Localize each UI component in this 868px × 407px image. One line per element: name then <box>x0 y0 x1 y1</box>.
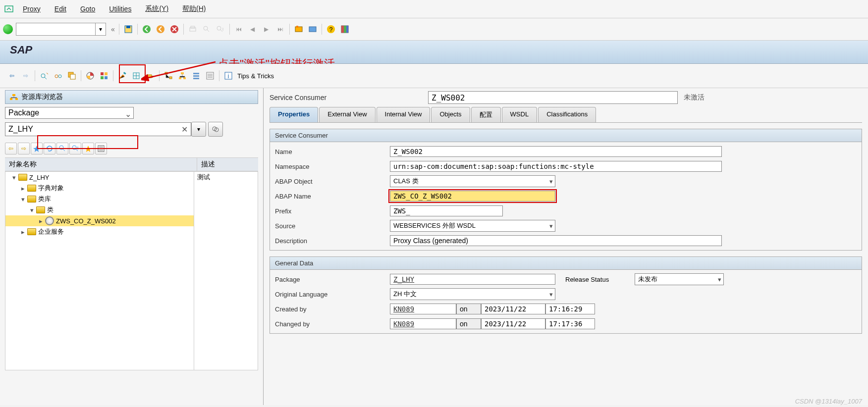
nav-left-icon[interactable]: ⇦ <box>5 143 17 154</box>
label-created-by: Created by <box>270 305 390 313</box>
cancel-icon[interactable] <box>169 24 180 35</box>
field-description[interactable]: Proxy Class (generated) <box>390 235 722 246</box>
enter-icon[interactable] <box>3 24 13 34</box>
tab-wsdl[interactable]: WSDL <box>502 107 538 122</box>
tree-node-selected[interactable]: ▸ZWS_CO_Z_WS002 <box>5 215 194 226</box>
field-created-by[interactable]: KN089 <box>390 304 456 314</box>
app-title: SAP <box>10 44 32 56</box>
menu-help[interactable]: 帮助(H) <box>182 4 206 13</box>
svg-rect-38 <box>193 75 199 77</box>
svg-rect-39 <box>193 78 199 79</box>
svg-rect-26 <box>105 72 108 75</box>
activate-icon[interactable] <box>117 70 128 81</box>
svg-text:?: ? <box>329 26 332 33</box>
display-button[interactable] <box>208 122 223 137</box>
label-name: Name <box>270 148 390 155</box>
nav-forward-icon[interactable]: ⇨ <box>20 70 31 81</box>
label-changed-by: Changed by <box>270 320 390 328</box>
repo-browser-header: 资源库浏览器 <box>5 90 258 104</box>
display-icon[interactable] <box>39 70 50 81</box>
find-tree-next-icon[interactable] <box>69 143 81 154</box>
svg-rect-28 <box>105 76 108 79</box>
field-prefix[interactable]: ZWS_ <box>390 205 503 216</box>
group-general-data-title: General Data <box>270 257 862 270</box>
tree-node-class[interactable]: ▾类 <box>5 204 194 215</box>
tab-internal-view[interactable]: Internal View <box>377 107 431 122</box>
field-created-time: 17:16:29 <box>545 304 595 314</box>
tree-node-dict[interactable]: ▸字典对象 <box>5 183 194 194</box>
menu-system[interactable]: 系统(Y) <box>145 4 168 13</box>
tab-config[interactable]: 配置 <box>471 107 501 122</box>
tree-node-enterprise[interactable]: ▸企业服务 <box>5 226 194 237</box>
save-icon[interactable] <box>123 24 134 35</box>
find-tree-icon[interactable] <box>56 143 68 154</box>
svg-text:i: i <box>228 72 229 80</box>
package-input[interactable] <box>5 122 191 136</box>
menu-proxy[interactable]: Proxy <box>23 5 41 13</box>
service-consumer-input[interactable] <box>428 91 678 104</box>
clear-icon[interactable]: ✕ <box>179 125 189 134</box>
tree-node-root[interactable]: ▾Z_LHY <box>5 172 194 183</box>
svg-point-21 <box>58 75 61 78</box>
field-abap-name[interactable]: ZWS_CO_Z_WS002 <box>390 191 555 202</box>
chevron-down-icon[interactable]: ▾ <box>95 23 106 35</box>
label-release-status: Release Status <box>555 276 635 283</box>
menu-goto[interactable]: Goto <box>80 5 95 13</box>
tab-classifications[interactable]: Classifications <box>538 107 596 122</box>
tree-col-object: 对象名称 <box>5 158 197 171</box>
new-session-icon[interactable] <box>293 24 304 35</box>
standard-toolbar: ▾ « ⏮ ◀ ▶ ⏭ ? <box>0 18 868 41</box>
tree-body: ▾Z_LHY ▸字典对象 ▾类库 ▾类 ▸ZWS_CO_Z_WS002 ▸企业服… <box>5 171 258 370</box>
nav-back-icon[interactable]: ⇦ <box>6 70 17 81</box>
svg-rect-37 <box>193 73 199 74</box>
svg-rect-17 <box>344 26 346 33</box>
tree-node-classlib[interactable]: ▾类库 <box>5 194 194 204</box>
check-icon[interactable] <box>85 70 96 81</box>
tab-external-view[interactable]: External View <box>319 107 375 122</box>
favorites-icon[interactable] <box>82 143 94 154</box>
field-package[interactable]: Z_LHY <box>390 274 555 285</box>
field-changed-by[interactable]: KN089 <box>390 318 456 329</box>
test-icon[interactable] <box>131 70 142 81</box>
field-source[interactable]: WEBSERVICES 外部 WSDL▾ <box>390 220 555 232</box>
menu-edit[interactable]: Edit <box>54 5 66 13</box>
svg-rect-34 <box>181 72 184 74</box>
field-release-status[interactable]: 未发布▾ <box>635 273 724 285</box>
field-original-language[interactable]: ZH 中文▾ <box>390 288 555 300</box>
dropdown-history-button[interactable]: ▾ <box>191 122 206 137</box>
stack-icon[interactable] <box>191 70 202 81</box>
help-icon[interactable]: ? <box>326 24 336 35</box>
svg-rect-29 <box>123 72 126 74</box>
nav-right-icon[interactable]: ⇨ <box>18 143 30 154</box>
field-abap-object[interactable]: CLAS 类▾ <box>390 175 555 187</box>
exit-icon[interactable] <box>155 24 166 35</box>
object-type-select[interactable]: Package⌄ <box>5 107 134 119</box>
activation-status: 未激活 <box>684 93 705 102</box>
label-on-1: on <box>456 304 481 314</box>
glasses-icon[interactable] <box>53 70 63 81</box>
svg-point-49 <box>72 146 76 150</box>
other-object-icon[interactable] <box>66 70 77 81</box>
back-icon[interactable] <box>141 24 152 35</box>
worklist-icon[interactable] <box>95 143 107 154</box>
svg-rect-11 <box>296 26 298 28</box>
info-icon[interactable]: i <box>223 70 234 81</box>
app-menu-icon[interactable] <box>3 3 15 15</box>
tab-objects[interactable]: Objects <box>431 107 470 122</box>
next-page-icon: ▶ <box>261 24 272 35</box>
menu-utilities[interactable]: Utilities <box>109 5 131 13</box>
shortcut-icon[interactable] <box>307 24 318 35</box>
where-used-icon[interactable] <box>99 70 109 81</box>
tips-tricks-label[interactable]: Tips & Tricks <box>237 72 274 80</box>
favorite-add-icon[interactable] <box>31 143 43 154</box>
transport-icon[interactable] <box>145 70 156 81</box>
command-field[interactable]: ▾ <box>16 23 106 36</box>
list-icon[interactable] <box>205 70 216 81</box>
print-icon <box>187 24 198 35</box>
hierarchy-icon[interactable] <box>177 70 188 81</box>
layout-icon[interactable] <box>339 24 350 35</box>
tree-icon[interactable] <box>163 70 174 81</box>
tab-properties[interactable]: Properties <box>270 107 318 122</box>
refresh-icon[interactable] <box>44 143 55 154</box>
class-icon <box>45 216 54 225</box>
